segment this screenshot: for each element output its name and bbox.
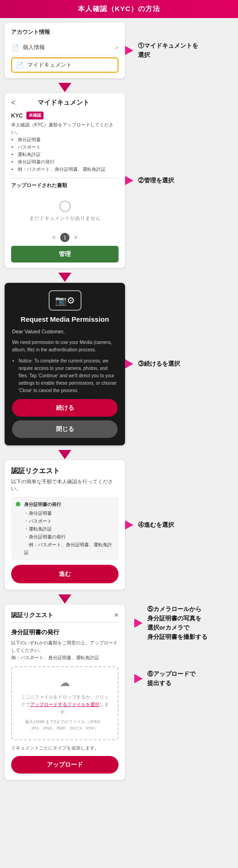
close-button[interactable]: 閉じる	[12, 420, 118, 438]
chevron-right-icon: >	[115, 44, 119, 51]
issue-desc: 以下のいずれかの書類をご用意の上、アップロードしてください。 例：パスポート、身…	[11, 639, 119, 662]
clock-icon: ◯	[59, 199, 71, 212]
step3-row: 📷⚙ Request Media Permission Dear Valued …	[5, 283, 233, 445]
auth-subtitle: 以下の簡単な手順で本人確認を行ってください。	[11, 478, 119, 492]
down-arrow-icon2	[58, 273, 71, 282]
step4-annotation: ④進むを選択	[125, 520, 233, 530]
auth-item-content: 身分証明書の発行 ・身分証明書 ・パスポート ・運転免許証 ・身分証明書の発行 …	[24, 500, 114, 556]
mydoc-title: マイドキュメント	[19, 99, 107, 107]
kyc-item-5: 例：パスポート、身分証明書、運転免許証	[18, 166, 119, 173]
document-icon: 📄	[11, 44, 19, 51]
my-document-item[interactable]: 📄 マイドキュメント	[11, 57, 119, 73]
kyc-item-1: 身分証明書	[18, 136, 119, 144]
step1-row: アカウント情報 📄 個人情報 > 📄 マイドキュメント ①マイドキュメントを 選…	[5, 23, 233, 78]
kyc-label: KYC	[11, 112, 23, 119]
step6-annotation: ⑥アップロードで 提出する	[134, 669, 233, 688]
media-body1: We need permission to use your Media (ca…	[12, 339, 118, 354]
step2-row: < マイドキュメント KYC 未確認 本人確認（KYC）書類をアップロードしてく…	[5, 93, 233, 268]
step1-label: ①マイドキュメントを 選択	[138, 43, 198, 58]
media-body: Dear Valued Customer, We need permission…	[12, 328, 118, 394]
header-title: 本人確認（KYC）の方法	[78, 5, 161, 12]
back-button[interactable]: <	[11, 99, 15, 107]
kyc-item-3: 運転免許証	[18, 151, 119, 158]
step5-label: ⑤カメラロールから 身分証明書の写真を 選択orカメラで 身分証明書を撮影する	[147, 606, 207, 640]
down-arrow-icon	[58, 83, 71, 92]
kyc-desc-main: 本人確認（KYC）書類をアップロードしてください。	[11, 121, 119, 136]
arrow2	[5, 273, 125, 282]
step2-annotation: ②管理を選択	[125, 176, 233, 185]
next-page-icon[interactable]: >	[74, 234, 77, 241]
pagination: < 1 >	[11, 233, 119, 242]
issue-header: 認証リクエスト ×	[11, 611, 119, 619]
step6-label: ⑥アップロードで 提出する	[147, 671, 195, 687]
step1-annotation: ①マイドキュメントを 選択	[125, 41, 233, 60]
no-doc-area: ◯ まだドキュメントがありません	[11, 192, 119, 229]
down-arrow-icon4	[58, 594, 71, 604]
prev-page-icon[interactable]: <	[52, 234, 56, 241]
no-doc-text: まだドキュメントがありません	[29, 215, 100, 222]
auth-item: 身分証明書の発行 ・身分証明書 ・パスポート ・運転免許証 ・身分証明書の発行 …	[11, 497, 119, 560]
proceed-button[interactable]: 進む	[11, 565, 119, 583]
kyc-item-2: パスポート	[18, 144, 119, 151]
media-permission-icon: 📷⚙	[49, 290, 81, 311]
drop-hint: 最大10MB まで5までのファイル（JPEG、JPG、PNG、BMP、DOCX、…	[19, 718, 110, 732]
auth-title: 認証リクエスト	[11, 467, 119, 475]
issue-close-button[interactable]: ×	[114, 611, 119, 619]
personal-info-label: 個人情報	[23, 44, 115, 51]
personal-info-item[interactable]: 📄 個人情報 >	[11, 40, 119, 56]
step4-row: 認証リクエスト 以下の簡単な手順で本人確認を行ってください。 身分証明書の発行 …	[5, 460, 233, 590]
step5-annotation: ⑤カメラロールから 身分証明書の写真を 選択orカメラで 身分証明書を撮影する	[134, 605, 233, 642]
kyc-items-list: 身分証明書 パスポート 運転免許証 身分証明書の発行 例：パスポート、身分証明書…	[11, 136, 119, 173]
drop-text: ここにファイルをドロップするか、クリックでアップロードするファイルを選択します。	[19, 693, 110, 716]
upload-cloud-icon: ☁	[19, 674, 110, 691]
media-notice: Notice: To complete the current process,…	[12, 357, 118, 394]
uploaded-title: アップロードされた書類	[11, 182, 119, 189]
upload-link[interactable]: アップロードするファイルを選択	[30, 702, 100, 707]
media-title: Request Media Permission	[12, 315, 118, 323]
card3-media: 📷⚙ Request Media Permission Dear Valued …	[5, 283, 125, 445]
current-page: 1	[60, 233, 69, 242]
arrow3	[5, 450, 125, 459]
card1-account: アカウント情報 📄 個人情報 > 📄 マイドキュメント	[5, 23, 125, 78]
page-header: 本人確認（KYC）の方法	[0, 0, 238, 18]
arrow4	[5, 594, 125, 604]
account-section-title: アカウント情報	[11, 28, 119, 36]
auth-item-title: 身分証明書の発行	[24, 500, 114, 508]
step4-label: ④進むを選択	[138, 522, 174, 528]
step2-label: ②管理を選択	[138, 177, 174, 184]
upload-button[interactable]: アップロード	[11, 756, 119, 774]
media-icon-area: 📷⚙	[12, 290, 118, 311]
step3-annotation: ③続けるを選択	[125, 359, 233, 368]
media-dear: Dear Valued Customer,	[12, 328, 118, 336]
issue-subtitle: 身分証明書の発行	[11, 628, 119, 637]
down-arrow-icon3	[58, 450, 71, 459]
upload-type-hint: ドキュメントごとにタイプを追加します。	[11, 745, 119, 751]
auth-items-list: ・身分証明書 ・パスポート ・運転免許証 ・身分証明書の発行 例：パスポート、身…	[24, 509, 114, 556]
card2-mydoc: < マイドキュメント KYC 未確認 本人確認（KYC）書類をアップロードしてく…	[5, 93, 125, 268]
step3-label: ③続けるを選択	[138, 361, 180, 367]
step56-row: 認証リクエスト × 身分証明書の発行 以下のいずれかの書類をご用意の上、アップロ…	[5, 605, 233, 780]
auth-dot	[16, 502, 20, 506]
arrow1	[5, 83, 125, 92]
card5-issue: 認証リクエスト × 身分証明書の発行 以下のいずれかの書類をご用意の上、アップロ…	[5, 605, 125, 780]
kyc-item-4: 身分証明書の発行	[18, 158, 119, 166]
card4-auth: 認証リクエスト 以下の簡単な手順で本人確認を行ってください。 身分証明書の発行 …	[5, 460, 125, 590]
file-icon: 📄	[16, 62, 24, 69]
media-notice-text: Notice: To complete the current process,…	[19, 357, 118, 394]
issue-header-title: 認証リクエスト	[11, 611, 53, 619]
manage-button[interactable]: 管理	[11, 246, 119, 262]
continue-button[interactable]: 続ける	[12, 399, 118, 417]
upload-drop-area[interactable]: ☁ ここにファイルをドロップするか、クリックでアップロードするファイルを選択しま…	[11, 666, 119, 740]
kyc-status-badge: 未確認	[26, 112, 44, 119]
my-document-label: マイドキュメント	[27, 61, 72, 69]
